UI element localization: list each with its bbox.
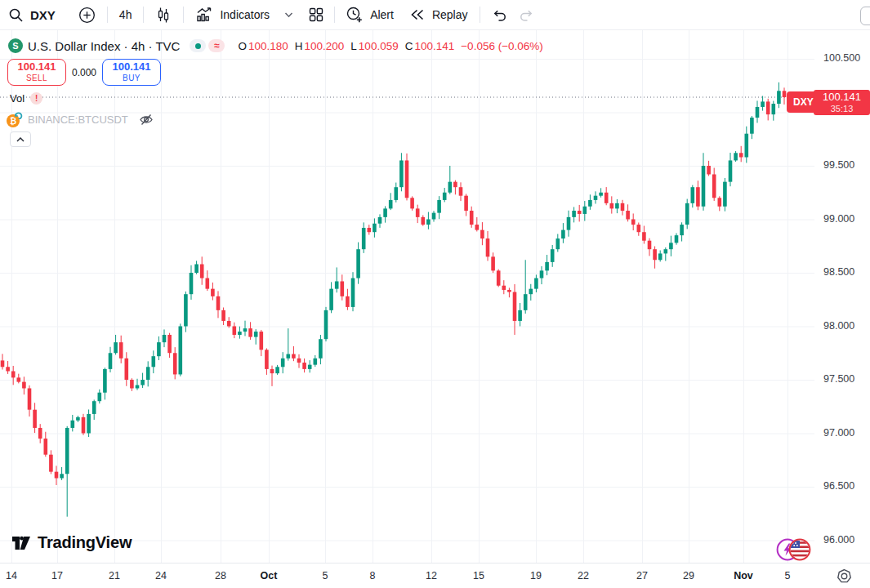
price-axis-label: 97.500 bbox=[823, 373, 854, 385]
hidden-symbol-row[interactable]: ₿ BINANCE:BTCUSDT bbox=[7, 112, 154, 127]
time-axis[interactable]: 1417212428Oct58121519222729Nov5 bbox=[0, 563, 870, 588]
toolbar-divider bbox=[183, 7, 184, 23]
toolbar-divider bbox=[480, 7, 480, 23]
interval-button[interactable]: 4h bbox=[119, 0, 132, 29]
price-axis-label: 98.500 bbox=[823, 266, 854, 278]
spread-value: 0.000 bbox=[66, 67, 102, 78]
indicators-label: Indicators bbox=[220, 8, 270, 21]
alert-clock-icon bbox=[345, 6, 364, 24]
plus-circle-icon bbox=[78, 7, 96, 24]
toolbar-right-partial-button[interactable] bbox=[860, 7, 870, 25]
time-axis-label: 8 bbox=[370, 564, 376, 588]
open-label: O bbox=[238, 40, 247, 52]
toolbar-divider bbox=[107, 7, 108, 23]
collapse-legend-button[interactable] bbox=[10, 131, 31, 147]
candles-style-icon bbox=[155, 7, 172, 24]
bar-countdown: 35:13 bbox=[831, 104, 854, 114]
tradingview-logo[interactable]: TradingView bbox=[11, 532, 132, 553]
layout-grid-button[interactable] bbox=[308, 0, 324, 29]
replay-button[interactable]: Replay bbox=[408, 0, 468, 29]
volume-label: Vol bbox=[10, 92, 25, 105]
approx-icon: ≈ bbox=[214, 40, 220, 51]
sell-button[interactable]: 100.141 SELL bbox=[7, 59, 66, 86]
price-axis-label: 96.000 bbox=[823, 534, 854, 546]
low-label: L bbox=[350, 40, 357, 52]
low-value: 100.059 bbox=[359, 40, 399, 52]
search-icon bbox=[8, 7, 24, 23]
change-value: −0.056 (−0.06%) bbox=[461, 40, 543, 52]
candlestick-chart[interactable] bbox=[0, 0, 870, 588]
price-axis-label: 96.500 bbox=[823, 480, 854, 492]
market-status-pill[interactable] bbox=[190, 39, 206, 52]
time-axis-label: 19 bbox=[530, 564, 542, 588]
sell-label: SELL bbox=[26, 74, 47, 83]
grid-layout-icon bbox=[308, 7, 324, 23]
buy-price: 100.141 bbox=[113, 61, 151, 74]
price-axis-label: 97.000 bbox=[823, 427, 854, 439]
tradingview-mark-icon bbox=[11, 532, 32, 553]
add-symbol-button[interactable] bbox=[78, 0, 96, 29]
volume-warning-icon[interactable]: ! bbox=[30, 92, 42, 105]
bitcoin-icon: ₿ bbox=[7, 112, 22, 127]
close-label: C bbox=[405, 40, 413, 52]
approx-price-pill[interactable]: ≈ bbox=[208, 39, 225, 52]
alert-button[interactable]: Alert bbox=[345, 0, 394, 29]
indicators-button[interactable]: Indicators bbox=[195, 0, 270, 29]
chart-style-button[interactable] bbox=[155, 0, 172, 29]
high-value: 100.200 bbox=[305, 40, 345, 52]
time-axis-label: 28 bbox=[215, 564, 226, 588]
us-flag-event-icon[interactable] bbox=[788, 538, 811, 561]
alert-label: Alert bbox=[370, 8, 394, 21]
trade-panel: 100.141 SELL 0.000 100.141 BUY bbox=[7, 59, 161, 86]
open-value: 100.180 bbox=[248, 40, 288, 52]
top-toolbar: DXY 4h Indicators bbox=[0, 0, 870, 30]
time-axis-label: 17 bbox=[51, 564, 63, 588]
time-axis-label: 12 bbox=[426, 564, 437, 588]
replay-icon bbox=[408, 7, 426, 23]
price-axis-label: 99.500 bbox=[823, 159, 854, 171]
toolbar-divider bbox=[143, 7, 144, 23]
buy-button[interactable]: 100.141 BUY bbox=[102, 59, 161, 86]
time-axis-label: 5 bbox=[785, 564, 791, 588]
symbol-name: DXY bbox=[30, 8, 56, 22]
time-axis-label: 29 bbox=[683, 564, 694, 588]
interval-label: 4h bbox=[119, 8, 132, 21]
last-price-label: 100.141 35:13 bbox=[814, 90, 870, 115]
chevron-up-icon bbox=[16, 136, 25, 143]
ohlc-values: O100.180 H100.200 L100.059 C100.141 −0.0… bbox=[238, 40, 542, 52]
sell-price: 100.141 bbox=[18, 61, 56, 74]
eye-off-icon[interactable] bbox=[139, 113, 154, 127]
symbol-title[interactable]: U.S. Dollar Index · 4h · TVC bbox=[28, 39, 180, 53]
indicators-icon bbox=[195, 7, 213, 23]
time-axis-label: 15 bbox=[473, 564, 484, 588]
buy-label: BUY bbox=[123, 74, 141, 83]
timezone-settings-icon[interactable] bbox=[837, 568, 852, 584]
tradingview-logo-text: TradingView bbox=[38, 533, 132, 552]
time-axis-label: Nov bbox=[734, 564, 753, 588]
price-axis-label: 98.000 bbox=[823, 320, 854, 332]
time-axis-label: 24 bbox=[155, 564, 167, 588]
time-axis-label: 22 bbox=[578, 564, 589, 588]
undo-button[interactable] bbox=[492, 0, 507, 29]
redo-button[interactable] bbox=[519, 0, 534, 29]
market-open-dot-icon bbox=[195, 43, 201, 49]
toolbar-divider bbox=[334, 7, 335, 23]
indicator-templates-button[interactable] bbox=[283, 0, 295, 29]
replay-label: Replay bbox=[432, 8, 468, 21]
volume-study-row[interactable]: Vol ! bbox=[10, 92, 42, 105]
compare-arrow-icon bbox=[14, 110, 23, 119]
hidden-symbol-label: BINANCE:BTCUSDT bbox=[28, 114, 128, 126]
event-markers[interactable] bbox=[776, 538, 812, 562]
time-axis-label: Oct bbox=[261, 564, 278, 588]
last-price-value: 100.141 bbox=[823, 91, 861, 103]
time-axis-label: 5 bbox=[323, 564, 328, 588]
time-axis-label: 21 bbox=[109, 564, 120, 588]
data-source-logo-icon: S bbox=[8, 38, 23, 53]
price-axis-label: 99.000 bbox=[823, 213, 854, 225]
price-axis-label: 100.500 bbox=[823, 52, 860, 64]
tradingview-chart-app: DXY 4h Indicators bbox=[0, 0, 870, 588]
symbol-search-button[interactable]: DXY bbox=[8, 0, 56, 29]
redo-icon bbox=[519, 7, 534, 22]
chevron-down-icon bbox=[283, 9, 295, 20]
high-label: H bbox=[295, 40, 303, 52]
